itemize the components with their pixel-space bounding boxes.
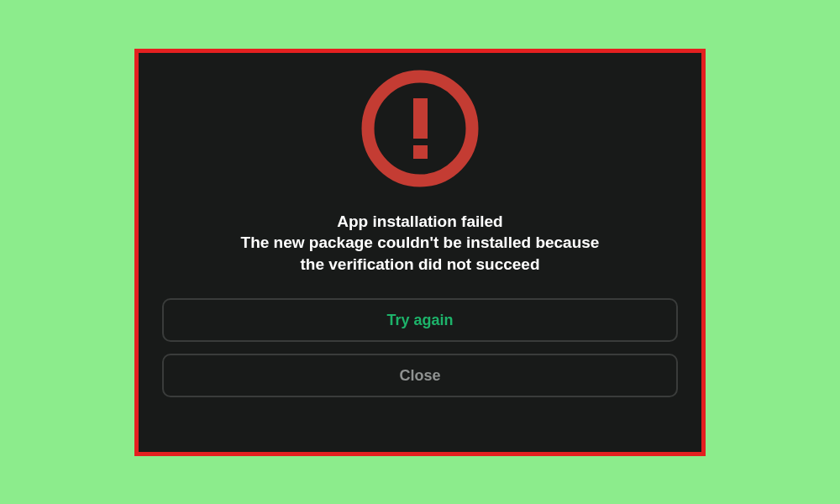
try-again-button[interactable]: Try again: [162, 298, 678, 342]
error-line-1: The new package couldn't be installed be…: [241, 232, 600, 254]
svg-rect-2: [413, 145, 428, 159]
error-icon: [354, 63, 486, 194]
error-message: App installation failed The new package …: [241, 211, 600, 276]
close-button[interactable]: Close: [162, 354, 678, 397]
error-title: App installation failed: [241, 211, 600, 233]
error-line-2: the verification did not succeed: [241, 254, 600, 276]
svg-rect-1: [413, 98, 428, 139]
error-dialog: App installation failed The new package …: [134, 49, 706, 456]
